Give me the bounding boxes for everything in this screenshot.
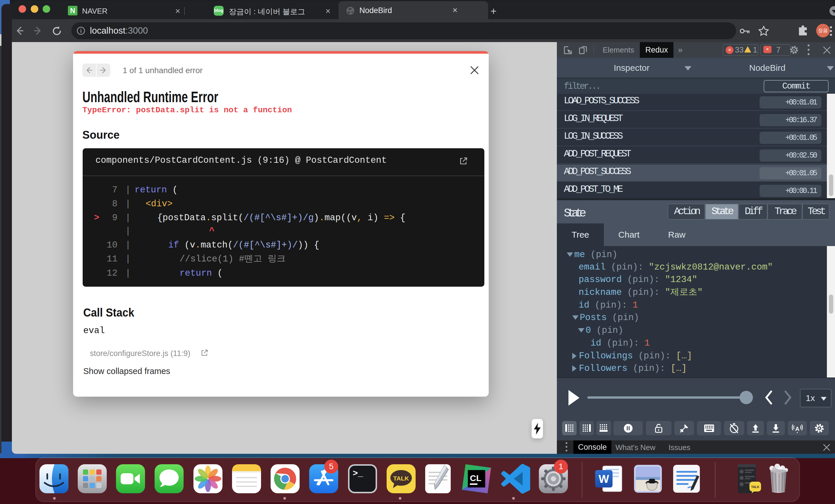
svg-text:>_: >_	[353, 469, 363, 479]
svg-text:A: A	[795, 426, 799, 432]
svg-text:CL: CL	[470, 473, 482, 483]
svg-text:W: W	[598, 473, 609, 485]
svg-text:TALK: TALK	[393, 475, 409, 482]
svg-text:TALK: TALK	[751, 485, 759, 489]
